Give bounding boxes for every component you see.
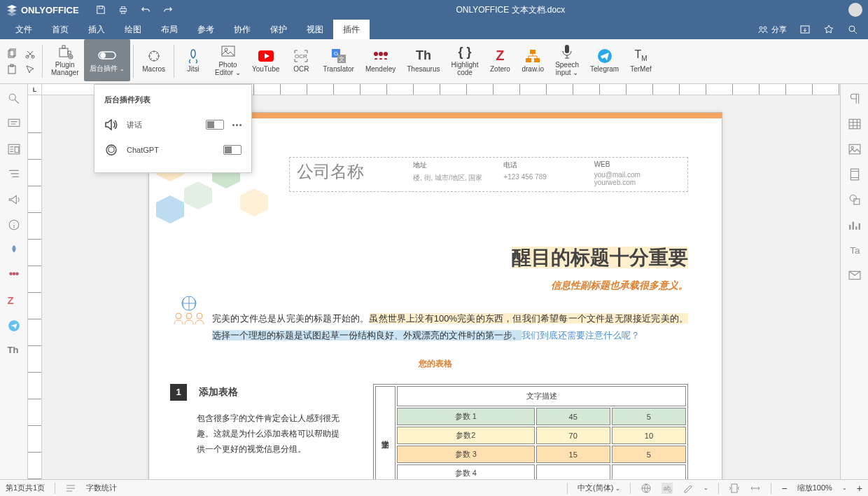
background-plugins-button[interactable]: 后台插件 ⌄ — [84, 39, 130, 81]
telegram-button[interactable]: Telegram — [584, 39, 624, 81]
plugin-row-speak: 讲话 — [94, 112, 251, 137]
mendeley-button[interactable]: Mendeley — [360, 39, 401, 81]
speak-toggle[interactable] — [206, 120, 224, 130]
menu-collab[interactable]: 协作 — [224, 20, 260, 39]
text-art-icon[interactable]: Ta — [848, 244, 861, 256]
app-name: ONLYOFFICE — [21, 5, 79, 15]
jitsi-side-icon[interactable] — [8, 244, 20, 256]
translator-button[interactable]: G文 Translator — [317, 39, 360, 81]
subheadline: 信息性副标题也承载很多意义。 — [149, 271, 722, 292]
header-footer-icon[interactable] — [848, 168, 861, 181]
mail-merge-icon[interactable] — [848, 269, 861, 282]
open-location-icon[interactable] — [799, 24, 811, 35]
people-globe-icon — [170, 295, 208, 326]
page-indicator[interactable]: 第1页共1页 — [6, 483, 45, 493]
data-table: 述描字文文字描述 参数 1455 参数27010 参数 3155 参数 4 — [373, 384, 688, 479]
photo-editor-button[interactable]: PhotoEditor ⌄ — [209, 39, 246, 81]
search-icon[interactable] — [847, 24, 858, 35]
svg-rect-19 — [68, 51, 71, 54]
paste-icon[interactable] — [6, 63, 18, 76]
menu-references[interactable]: 参考 — [188, 20, 224, 39]
zoom-in-button[interactable]: + — [857, 483, 862, 494]
svg-rect-42 — [8, 119, 20, 126]
menu-layout[interactable]: 布局 — [151, 20, 188, 39]
menu-draw[interactable]: 绘图 — [115, 20, 151, 39]
telegram-side-icon[interactable] — [8, 319, 20, 332]
svg-point-33 — [379, 52, 383, 56]
favorite-icon[interactable] — [823, 24, 834, 35]
feedback-icon[interactable] — [8, 193, 20, 206]
svg-rect-70 — [732, 484, 737, 492]
thesaurus-side-icon[interactable]: Th — [8, 345, 20, 357]
fit-page-icon[interactable] — [729, 483, 740, 494]
print-icon[interactable] — [118, 5, 128, 15]
save-icon[interactable] — [96, 5, 106, 15]
zotero-button[interactable]: Z Zotero — [484, 39, 516, 81]
youtube-button[interactable]: YouTube — [246, 39, 285, 81]
svg-point-8 — [764, 27, 766, 29]
menubar: 文件 首页 插入 绘图 布局 参考 协作 保护 视图 插件 分享 — [0, 20, 868, 39]
menu-protect[interactable]: 保护 — [260, 20, 297, 39]
macros-button[interactable]: Macros — [136, 39, 171, 81]
svg-text:G: G — [333, 50, 337, 57]
headings-icon[interactable] — [8, 143, 20, 156]
highlight-code-button[interactable]: { } Highlightcode — [446, 39, 484, 81]
speech-input-button[interactable]: Speechinput ⌄ — [550, 39, 584, 81]
track-changes-icon[interactable] — [682, 483, 694, 494]
menu-view[interactable]: 视图 — [297, 20, 333, 39]
shape-icon[interactable] — [848, 193, 861, 206]
redo-icon[interactable] — [163, 5, 173, 15]
tracking-icon[interactable]: ab — [662, 483, 673, 494]
image-icon[interactable] — [848, 143, 861, 156]
undo-icon[interactable] — [141, 5, 150, 15]
chatgpt-toggle[interactable] — [223, 145, 241, 155]
chart-icon[interactable] — [848, 219, 861, 231]
svg-point-34 — [384, 52, 388, 56]
cut-icon[interactable] — [24, 48, 36, 60]
section-number: 1 — [170, 384, 187, 401]
table-caption: 您的表格 — [149, 358, 722, 370]
menu-home[interactable]: 首页 — [42, 20, 78, 39]
svg-point-25 — [225, 48, 227, 51]
ocr-button[interactable]: OCR OCR — [285, 39, 317, 81]
language-selector[interactable]: 中文(简体) ⌄ — [578, 483, 620, 493]
zotero-side-icon[interactable]: Z — [8, 294, 20, 307]
about-icon[interactable] — [8, 219, 20, 231]
jitsi-button[interactable]: Jitsi — [177, 39, 209, 81]
user-avatar[interactable] — [848, 3, 862, 17]
select-icon[interactable] — [24, 63, 36, 76]
spellcheck-icon[interactable] — [640, 483, 652, 494]
chatgpt-icon — [104, 143, 118, 157]
menu-insert[interactable]: 插入 — [78, 20, 115, 39]
termef-button[interactable]: TM TerMef — [624, 39, 657, 81]
drawio-button[interactable]: draw.io — [516, 39, 550, 81]
titlebar: ONLYOFFICE ONLYOFFICE 文本文档.docx — [0, 0, 868, 20]
zoom-level[interactable]: 缩放100% — [797, 483, 832, 493]
menu-file[interactable]: 文件 — [6, 20, 42, 39]
paragraph-icon[interactable] — [848, 92, 861, 105]
svg-text:OCR: OCR — [295, 53, 307, 60]
thesaurus-button[interactable]: Th Thesaurus — [401, 39, 445, 81]
find-icon[interactable] — [8, 92, 20, 105]
mendeley-side-icon[interactable] — [8, 269, 20, 282]
comments-icon[interactable] — [8, 118, 20, 130]
svg-text:ab: ab — [664, 485, 671, 492]
vertical-ruler[interactable] — [28, 95, 42, 479]
speak-more-button[interactable] — [232, 124, 241, 126]
svg-rect-61 — [849, 144, 860, 154]
table-icon[interactable] — [848, 118, 861, 130]
svg-point-46 — [12, 273, 15, 276]
word-count[interactable]: 字数统计 — [86, 483, 117, 493]
right-sidebar: Ta — [840, 84, 868, 479]
zoom-out-button[interactable]: − — [781, 483, 787, 494]
share-button[interactable]: 分享 — [757, 24, 787, 35]
svg-point-41 — [9, 94, 15, 100]
outline-icon[interactable] — [8, 168, 20, 181]
menu-plugins[interactable]: 插件 — [333, 20, 370, 39]
svg-point-10 — [849, 26, 855, 32]
copy-icon[interactable] — [6, 48, 18, 60]
svg-rect-18 — [62, 46, 65, 48]
plugin-manager-button[interactable]: PluginManager — [46, 39, 84, 81]
fit-width-icon[interactable] — [750, 483, 761, 494]
svg-point-32 — [374, 52, 378, 56]
